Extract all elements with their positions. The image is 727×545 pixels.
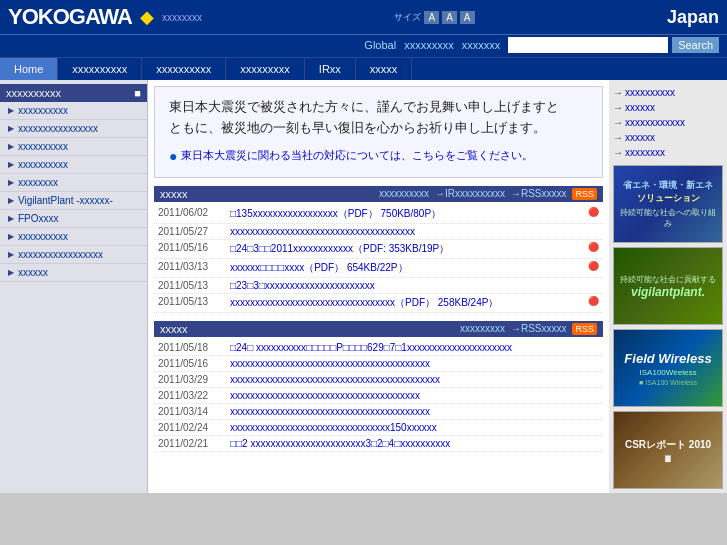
sidebar: xxxxxxxxxx ■ xxxxxxxxxx xxxxxxxxxxxxxxxx… <box>0 80 148 493</box>
news-section-2-title: xxxxx <box>160 323 188 335</box>
font-size-label: サイズ <box>394 11 421 24</box>
news-content[interactable]: xxxxxxxxxxxxxxxxxxxxxxxxxxxxxxxx150xxxxx… <box>230 422 599 433</box>
logo: YOKOGAWA <box>8 4 132 30</box>
news-date: 2011/05/16 <box>158 242 230 253</box>
news2-link-all[interactable]: xxxxxxxxx <box>460 323 505 334</box>
sidebar-item-8[interactable]: xxxxxxxxxxxxxxxxx <box>0 246 147 264</box>
banner-csr[interactable]: CSRレポート 2010 📋 <box>613 411 723 489</box>
news-content[interactable]: xxxxxxxxxxxxxxxxxxxxxxxxxxxxxxxxxxxxxxxx <box>230 406 599 417</box>
right-link-3[interactable]: xxxxxx <box>613 131 723 144</box>
right-link-2[interactable]: xxxxxxxxxxxx <box>613 116 723 129</box>
right-link-4[interactable]: xxxxxxxx <box>613 146 723 159</box>
table-row: 2011/05/13 xxxxxxxxxxxxxxxxxxxxxxxxxxxxx… <box>154 294 603 313</box>
news-date: 2011/03/22 <box>158 390 230 401</box>
news-link-rss[interactable]: →RSSxxxxx <box>511 188 567 199</box>
nav-item-1[interactable]: xxxxxxxxxx <box>58 58 142 80</box>
news-date: 2011/02/21 <box>158 438 230 449</box>
banner-vigilant[interactable]: 持続可能な社会に貢献する vigilantplant. <box>613 247 723 325</box>
sidebar-item-4[interactable]: xxxxxxxx <box>0 174 147 192</box>
table-row: 2011/03/13 xxxxxx□□□□xxxx（PDF） 654KB/22P… <box>154 259 603 278</box>
news-link-ir[interactable]: →IRxxxxxxxxxx <box>435 188 505 199</box>
sidebar-item-fpo[interactable]: FPOxxxx <box>0 210 147 228</box>
rss-badge-1[interactable]: RSS <box>572 188 597 200</box>
news-link-all[interactable]: xxxxxxxxxx <box>379 188 429 199</box>
news-date: 2011/05/13 <box>158 280 230 291</box>
news-section-2: xxxxx xxxxxxxxx →RSSxxxxx RSS 2011/05/18… <box>154 321 603 452</box>
sidebar-title: xxxxxxxxxx <box>6 87 61 99</box>
search-button[interactable]: Search <box>672 37 719 53</box>
sidebar-item-0[interactable]: xxxxxxxxxx <box>0 102 147 120</box>
announcement-line2: ともに、被災地の一刻も早い復旧を心からお祈り申し上げます。 <box>169 118 588 139</box>
font-med-button[interactable]: A <box>442 11 457 24</box>
subnav-link1[interactable]: xxxxxxxxx <box>404 39 454 51</box>
news-date: 2011/03/14 <box>158 406 230 417</box>
table-row: 2011/06/02 □135xxxxxxxxxxxxxxxxx（PDF） 75… <box>154 205 603 224</box>
news-content[interactable]: □24□3□□2011xxxxxxxxxxxx（PDF: 353KB/19P） <box>230 242 588 256</box>
csr-report-title: CSRレポート 2010 <box>625 438 711 452</box>
right-link-0[interactable]: xxxxxxxxxx <box>613 86 723 99</box>
news-section-2-links: xxxxxxxxx →RSSxxxxx RSS <box>460 323 597 335</box>
bullet-icon: ● <box>169 145 177 167</box>
table-row: 2011/03/14 xxxxxxxxxxxxxxxxxxxxxxxxxxxxx… <box>154 404 603 420</box>
news-date: 2011/02/24 <box>158 422 230 433</box>
news2-link-rss[interactable]: →RSSxxxxx <box>511 323 567 334</box>
font-size-controls: サイズ A A A <box>394 11 474 24</box>
nav-item-2[interactable]: xxxxxxxxxx <box>142 58 226 80</box>
news-content[interactable]: xxxxxxxxxxxxxxxxxxxxxxxxxxxxxxxxxxxxxxxx… <box>230 374 599 385</box>
news-date: 2011/06/02 <box>158 207 230 218</box>
sidebar-item-1[interactable]: xxxxxxxxxxxxxxxx <box>0 120 147 138</box>
table-row: 2011/02/24 xxxxxxxxxxxxxxxxxxxxxxxxxxxxx… <box>154 420 603 436</box>
sidebar-collapse-icon[interactable]: ■ <box>134 87 141 99</box>
sidebar-item-3[interactable]: xxxxxxxxxx <box>0 156 147 174</box>
news-content[interactable]: xxxxxx□□□□xxxx（PDF） 654KB/22P） <box>230 261 588 275</box>
pdf-icon: 🔴 <box>588 296 599 306</box>
news-content[interactable]: □23□3□xxxxxxxxxxxxxxxxxxxxxx <box>230 280 599 291</box>
nav-bar: Home xxxxxxxxxx xxxxxxxxxx xxxxxxxxx IRx… <box>0 57 727 80</box>
news-content[interactable]: □24□ xxxxxxxxxx□□□□□P□□□□629□7□1xxxxxxxx… <box>230 342 599 353</box>
right-sidebar: xxxxxxxxxx xxxxxx xxxxxxxxxxxx xxxxxx xx… <box>609 80 727 493</box>
table-row: 2011/05/27 xxxxxxxxxxxxxxxxxxxxxxxxxxxxx… <box>154 224 603 240</box>
font-large-button[interactable]: A <box>460 11 475 24</box>
announcement-link[interactable]: ● 東日本大震災に関わる当社の対応については、こちらをご覧ください。 <box>169 145 588 167</box>
subnav-link2[interactable]: xxxxxxx <box>462 39 501 51</box>
header: YOKOGAWA ◆ xxxxxxxx サイズ A A A Japan <box>0 0 727 34</box>
news-section-1-header: xxxxx xxxxxxxxxx →IRxxxxxxxxxx →RSSxxxxx… <box>154 186 603 202</box>
news-content[interactable]: xxxxxxxxxxxxxxxxxxxxxxxxxxxxxxxxxxxxxxxx <box>230 358 599 369</box>
news-content[interactable]: xxxxxxxxxxxxxxxxxxxxxxxxxxxxxxxxxxxxx <box>230 226 599 237</box>
news-section-1-links: xxxxxxxxxx →IRxxxxxxxxxx →RSSxxxxx RSS <box>379 188 597 200</box>
nav-item-ir[interactable]: IRxx <box>305 58 356 80</box>
table-row: 2011/02/21 □□2 xxxxxxxxxxxxxxxxxxxxxxx3□… <box>154 436 603 452</box>
nav-item-5[interactable]: xxxxx <box>356 58 413 80</box>
banner-field-wireless[interactable]: Field Wireless ISA100Wireless ■ ISA100 W… <box>613 329 723 407</box>
sidebar-item-2[interactable]: xxxxxxxxxx <box>0 138 147 156</box>
news-date: 2011/03/13 <box>158 261 230 272</box>
banner-energy[interactable]: 省エネ・環境・新エネ ソリューション 持続可能な社会への取り組み <box>613 165 723 243</box>
country-label: Japan <box>667 7 719 28</box>
news-content[interactable]: xxxxxxxxxxxxxxxxxxxxxxxxxxxxxxxxxxxxxx <box>230 390 599 401</box>
font-small-button[interactable]: A <box>424 11 439 24</box>
logo-diamond: ◆ <box>140 6 154 28</box>
news-date: 2011/03/29 <box>158 374 230 385</box>
tagline: xxxxxxxx <box>162 12 202 23</box>
news-content[interactable]: xxxxxxxxxxxxxxxxxxxxxxxxxxxxxxxxx（PDF） 2… <box>230 296 588 310</box>
table-row: 2011/05/16 □24□3□□2011xxxxxxxxxxxx（PDF: … <box>154 240 603 259</box>
search-input[interactable] <box>508 37 668 53</box>
news-content[interactable]: □□2 xxxxxxxxxxxxxxxxxxxxxxx3□2□4□xxxxxxx… <box>230 438 599 449</box>
sidebar-item-7[interactable]: xxxxxxxxxx <box>0 228 147 246</box>
header-left: YOKOGAWA ◆ xxxxxxxx <box>8 4 202 30</box>
sidebar-item-vigilant[interactable]: VigilantPlant -xxxxxx- <box>0 192 147 210</box>
news-section-1: xxxxx xxxxxxxxxx →IRxxxxxxxxxx →RSSxxxxx… <box>154 186 603 313</box>
sidebar-header: xxxxxxxxxx ■ <box>0 84 147 102</box>
field-wireless-title: Field Wireless <box>618 351 718 366</box>
table-row: 2011/05/13 □23□3□xxxxxxxxxxxxxxxxxxxxxx <box>154 278 603 294</box>
sidebar-item-9[interactable]: xxxxxx <box>0 264 147 282</box>
news-section-1-title: xxxxx <box>160 188 188 200</box>
news-content[interactable]: □135xxxxxxxxxxxxxxxxx（PDF） 750KB/80P） <box>230 207 588 221</box>
content-area: 東日本大震災で被災された方々に、謹んでお見舞い申し上げますと ともに、被災地の一… <box>148 80 609 493</box>
right-link-1[interactable]: xxxxxx <box>613 101 723 114</box>
rss-badge-2[interactable]: RSS <box>572 323 597 335</box>
global-link[interactable]: Global <box>364 39 396 51</box>
nav-item-3[interactable]: xxxxxxxxx <box>226 58 305 80</box>
nav-home[interactable]: Home <box>0 58 58 80</box>
isa-wireless-label: ISA100Wireless <box>618 368 718 377</box>
